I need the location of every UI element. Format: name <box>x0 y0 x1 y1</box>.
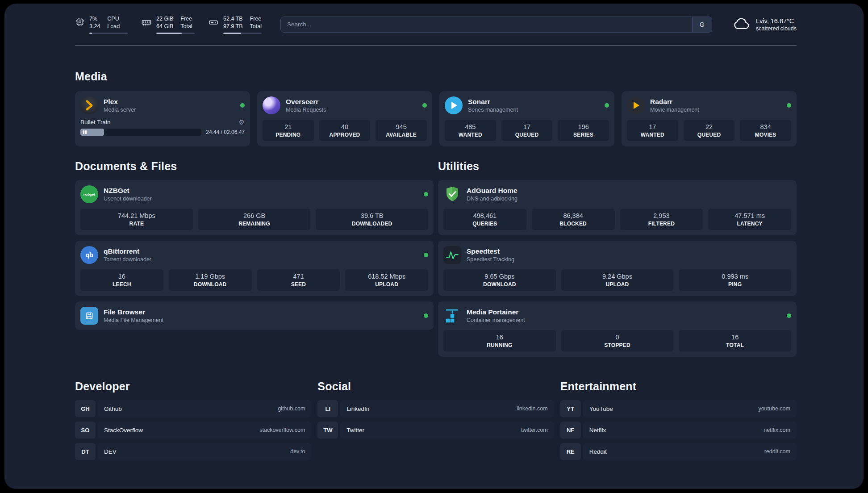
stat-value: 744.21 Mbps <box>82 212 191 219</box>
sonarr-stat-series: 196 SERIES <box>558 120 609 141</box>
app-card-qbittorrent[interactable]: qb qBittorrent Torrent downloader 16 LEE… <box>75 241 434 296</box>
app-name: Media Portainer <box>467 308 525 316</box>
bookmark-name: YouTube <box>589 405 613 412</box>
playback-time: 24:44 / 02:06:47 <box>206 129 245 135</box>
nzbget-stat-remaining: 266 GB REMAINING <box>198 209 311 230</box>
stat-value: 21 <box>264 123 312 130</box>
app-name: Overseerr <box>286 98 326 106</box>
stat-label: DOWNLOAD <box>171 281 250 288</box>
speedtest-icon <box>443 246 461 264</box>
bookmark-abbr: RE <box>560 443 581 460</box>
stat-label: TOTAL <box>680 342 789 348</box>
bookmark-name: Netflix <box>589 427 606 434</box>
bookmark-name: LinkedIn <box>346 405 369 412</box>
app-card-plex[interactable]: Plex Media server Bullet Train ⚙ <box>75 91 250 146</box>
app-card-nzbget[interactable]: nzbget NZBGet Usenet downloader 744.21 M… <box>75 180 434 235</box>
stat-value: 22 <box>685 123 733 130</box>
stat-value: 9.24 Gbps <box>563 273 672 280</box>
portainer-icon <box>443 307 461 325</box>
search-input[interactable] <box>281 17 692 32</box>
disk-free-label: Free <box>250 15 262 23</box>
bookmark-linkedin[interactable]: LI LinkedIn linkedin.com <box>317 400 554 417</box>
sonarr-stat-queued: 17 QUEUED <box>501 120 553 141</box>
stat-label: PING <box>680 281 789 288</box>
ram-total-label: Total <box>180 23 192 30</box>
section-title-documents: Documents & Files <box>75 160 434 173</box>
speedtest-stat-download: 9.65 Gbps DOWNLOAD <box>443 269 556 291</box>
weather-location: Lviv, 16.87°C <box>756 17 797 25</box>
portainer-stat-total: 16 TOTAL <box>679 330 791 351</box>
weather-condition: scattered clouds <box>756 25 797 32</box>
sonarr-stat-wanted: 485 WANTED <box>445 120 496 141</box>
app-card-speedtest[interactable]: Speedtest Speedtest Tracking 9.65 Gbps D… <box>438 241 797 296</box>
bookmark-stackoverflow[interactable]: SO StackOverflow stackoverflow.com <box>75 422 311 439</box>
pause-button[interactable] <box>83 130 87 134</box>
qbittorrent-stat-leech: 16 LEECH <box>80 269 163 291</box>
bookmark-url: reddit.com <box>764 448 790 455</box>
app-card-filebrowser[interactable]: File Browser Media File Management <box>75 301 434 330</box>
bookmark-twitter[interactable]: TW Twitter twitter.com <box>317 422 554 439</box>
stat-value: 86,384 <box>534 212 613 219</box>
adguard-stat-blocked: 86,384 BLOCKED <box>532 209 615 230</box>
ram-widget: 22 GiB 64 GiB Free Total <box>141 15 195 34</box>
stat-label: RATE <box>82 221 191 227</box>
disk-free-value: 52.4 TB <box>223 15 243 23</box>
bookmark-reddit[interactable]: RE Reddit reddit.com <box>560 443 797 460</box>
bookmark-url: youtube.com <box>758 405 790 412</box>
app-name: NZBGet <box>104 187 152 195</box>
nzbget-stat-downloaded: 39.6 TB DOWNLOADED <box>316 209 428 230</box>
radarr-header: Radarr Movie management <box>627 96 791 114</box>
stat-label: BLOCKED <box>534 221 613 227</box>
section-title-social: Social <box>317 380 554 393</box>
stat-value: 1.19 Gbps <box>171 273 250 280</box>
app-name: AdGuard Home <box>467 187 517 195</box>
bookmark-github[interactable]: GH Github github.com <box>75 400 311 417</box>
stat-value: 16 <box>445 334 554 341</box>
ram-icon <box>141 17 152 29</box>
overseerr-icon <box>263 96 280 114</box>
bookmark-dev[interactable]: DT DEV dev.to <box>75 443 311 460</box>
stat-value: 16 <box>680 334 789 341</box>
stat-label: WANTED <box>629 132 676 138</box>
search-bar: G <box>280 17 712 33</box>
bookmark-name: Reddit <box>589 448 607 455</box>
section-title-entertainment: Entertainment <box>560 380 797 393</box>
stat-label: MOVIES <box>742 132 789 138</box>
cpu-load-value: 3.24 <box>89 23 100 30</box>
app-card-sonarr[interactable]: Sonarr Series management 485 WANTED 17 Q… <box>439 91 614 146</box>
stat-label: LATENCY <box>710 221 789 227</box>
bookmarks-social: Social LI LinkedIn linkedin.com TW Twitt… <box>317 380 554 439</box>
stat-label: QUERIES <box>445 221 525 227</box>
stat-value: 485 <box>447 123 494 130</box>
stat-value: 834 <box>742 123 789 130</box>
app-card-radarr[interactable]: Radarr Movie management 17 WANTED 22 QUE… <box>622 91 797 146</box>
overseerr-stat-available: 945 AVAILABLE <box>376 120 427 141</box>
adguard-stat-latency: 47.571 ms LATENCY <box>708 209 791 230</box>
status-dot <box>424 313 428 318</box>
radarr-icon <box>627 96 645 114</box>
bookmark-netflix[interactable]: NF Netflix netflix.com <box>560 422 797 439</box>
cpu-progress-bar <box>89 33 128 34</box>
bookmark-name: StackOverflow <box>104 427 143 434</box>
adguard-stat-queries: 498,461 QUERIES <box>443 209 526 230</box>
bookmark-abbr: TW <box>317 422 338 439</box>
app-subtitle: Usenet downloader <box>104 196 152 202</box>
app-card-adguard[interactable]: AdGuard Home DNS and adblocking 498,461 … <box>438 180 797 235</box>
app-subtitle: DNS and adblocking <box>467 196 517 202</box>
app-card-portainer[interactable]: Media Portainer Container management 16 … <box>438 301 797 357</box>
weather-widget: Lviv, 16.87°C scattered clouds <box>733 17 797 33</box>
stat-label: DOWNLOADED <box>317 221 426 227</box>
bookmark-url: linkedin.com <box>517 405 547 412</box>
stat-value: 0 <box>563 334 672 341</box>
stat-label: UPLOAD <box>563 281 672 288</box>
status-dot <box>424 253 428 257</box>
app-name: Plex <box>104 98 136 106</box>
radarr-stat-movies: 834 MOVIES <box>740 120 791 141</box>
dashboard-panel: 7% 3.24 CPU Load <box>4 4 864 489</box>
bookmark-youtube[interactable]: YT YouTube youtube.com <box>560 400 797 417</box>
search-engine-button[interactable]: G <box>692 17 712 32</box>
settings-gear-icon[interactable]: ⚙ <box>239 119 245 125</box>
app-card-overseerr[interactable]: Overseerr Media Requests 21 PENDING 40 A… <box>257 91 432 146</box>
stat-value: 40 <box>321 123 369 130</box>
seek-bar[interactable] <box>80 129 201 136</box>
